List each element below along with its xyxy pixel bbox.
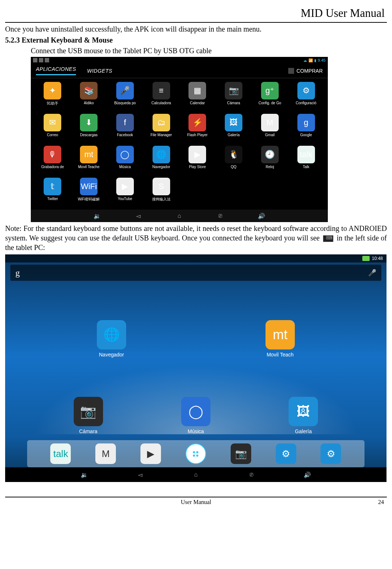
nav-back-icon[interactable]: ◅ — [136, 471, 144, 479]
app-item[interactable]: 🕘Reloj — [253, 146, 287, 175]
dock-talk[interactable]: talk — [50, 443, 71, 464]
tab-apps[interactable]: APLICACIONES — [36, 66, 76, 75]
app-icon: 🌐 — [153, 146, 170, 163]
nav-volume-up-icon[interactable]: 🔊 — [303, 471, 311, 479]
app-icon: 🎤 — [116, 82, 134, 99]
apps-drawer-button[interactable] — [186, 443, 206, 464]
app-icon: g — [297, 114, 315, 131]
app-icon: ⚡ — [188, 114, 206, 131]
app-item[interactable]: gGoogle — [289, 114, 323, 144]
app-icon: 𝕥 — [44, 178, 61, 195]
wifi-icon: 📶 — [308, 58, 313, 62]
app-icon: f — [116, 114, 134, 131]
app-icon: ✉ — [44, 114, 61, 131]
app-item[interactable]: 𝕥Twitter — [35, 178, 70, 207]
app-item[interactable]: S搜狗输入法 — [144, 178, 179, 207]
app-label: Configuració — [296, 101, 316, 105]
app-label: File Manager — [150, 133, 172, 137]
app-item[interactable]: ▦Calendar — [180, 82, 215, 112]
home-app[interactable]: 🌐Navegador — [97, 320, 126, 358]
app-item[interactable]: 🎙Grabadora de — [35, 146, 70, 175]
app-item[interactable]: 📚Aldiko — [72, 82, 106, 112]
nav-home-icon[interactable]: ⌂ — [192, 471, 200, 479]
app-item[interactable]: 🎤Búsqueda po — [108, 82, 143, 112]
app-label: WiFi密码破解 — [78, 197, 100, 202]
page-footer: User Manual 24 — [5, 497, 387, 505]
app-item[interactable]: talkTalk — [289, 146, 323, 175]
app-item[interactable]: 🖼Galería — [216, 114, 251, 144]
app-label: Calculadora — [151, 101, 171, 105]
nav-volume-down-icon[interactable]: 🔉 — [80, 471, 88, 479]
app-item[interactable]: MGmail — [253, 114, 287, 144]
app-icon: ✦ — [44, 82, 61, 99]
app-icon: ⬇ — [80, 114, 98, 131]
app-label: Facebook — [117, 133, 133, 137]
app-item[interactable]: ✉Correo — [35, 114, 70, 144]
app-label: Config. de Go — [259, 101, 281, 105]
nav-home-icon[interactable]: ⌂ — [175, 212, 183, 220]
app-item[interactable]: ≡Calculadora — [144, 82, 179, 112]
mic-icon[interactable]: 🎤 — [368, 269, 376, 277]
app-label: Navegador — [152, 165, 170, 169]
sd-icon: ☁ — [303, 58, 307, 62]
app-label: Cámara — [79, 428, 98, 434]
app-item[interactable]: ⚙Configuració — [289, 82, 323, 112]
home-app[interactable]: ◯Música — [181, 397, 210, 434]
app-label: QQ — [231, 165, 237, 169]
dock-settings2[interactable]: ⚙ — [320, 443, 341, 464]
app-item[interactable]: ⬇Descargas — [72, 114, 106, 144]
app-item[interactable]: WiFiWiFi密码破解 — [72, 178, 106, 207]
nav-back-icon[interactable]: ◅ — [134, 212, 142, 220]
screenshot-app-drawer: ☁ 📶 ▮ 9.45 APLICACIONES WIDGETS COMPRAR … — [31, 57, 328, 222]
dock: talkM▶📷⚙⚙ — [27, 440, 364, 467]
app-item[interactable]: 🗂File Manager — [144, 114, 179, 144]
app-label: YouTube — [118, 197, 132, 201]
app-icon: ▶ — [188, 146, 206, 163]
app-item[interactable]: ✦91助手 — [35, 82, 70, 112]
shop-icon — [288, 68, 294, 74]
home-app[interactable]: 📷Cámara — [74, 397, 103, 434]
app-item[interactable]: ◯Música — [108, 146, 143, 175]
battery-icon: ▮ — [314, 58, 316, 62]
dock-gmail[interactable]: M — [95, 443, 116, 464]
dock-camera[interactable]: 📷 — [231, 443, 251, 464]
app-label: Aldiko — [84, 101, 94, 105]
tab-widgets[interactable]: WIDGETS — [87, 68, 112, 74]
app-label: Música — [119, 165, 131, 169]
app-label: 91助手 — [47, 101, 58, 106]
home-app[interactable]: mtMovil Teach — [265, 320, 295, 358]
dock-settings1[interactable]: ⚙ — [276, 443, 296, 464]
google-g-icon: g — [15, 268, 20, 278]
app-item[interactable]: ⚡Flash Player — [180, 114, 215, 144]
app-item[interactable]: ▶YouTube — [108, 178, 143, 207]
nav-recent-icon[interactable]: ⎚ — [216, 212, 224, 220]
app-icon: ◯ — [181, 397, 210, 426]
app-icon: 🎙 — [44, 146, 61, 163]
nav-recent-icon[interactable]: ⎚ — [248, 471, 256, 479]
status-bar: ☁ 📶 ▮ 9.45 — [31, 57, 328, 64]
app-item[interactable]: 🌐Navegador — [144, 146, 179, 175]
app-grid: ✦91助手📚Aldiko🎤Búsqueda po≡Calculadora▦Cal… — [31, 78, 328, 210]
app-item[interactable]: ▶Play Store — [180, 146, 215, 175]
app-label: Galería — [228, 133, 240, 137]
home-app[interactable]: 🖼Galería — [289, 397, 318, 434]
app-item[interactable]: mtMovil Teache — [72, 146, 106, 175]
app-icon: ◯ — [116, 146, 134, 163]
app-item[interactable]: g⁺Config. de Go — [253, 82, 287, 112]
google-search-bar[interactable]: g 🎤 — [10, 265, 381, 281]
nav-volume-up-icon[interactable]: 🔊 — [257, 212, 265, 220]
app-item[interactable]: 📷Cámara — [216, 82, 251, 112]
nav-volume-down-icon[interactable]: 🔉 — [93, 212, 101, 220]
app-icon: ▶ — [116, 178, 134, 195]
dock-play[interactable]: ▶ — [140, 443, 161, 464]
app-item[interactable]: 🐧QQ — [216, 146, 251, 175]
app-icon: WiFi — [80, 178, 98, 195]
app-icon: 🖼 — [289, 397, 318, 426]
app-icon: mt — [265, 320, 295, 349]
app-item[interactable]: fFacebook — [108, 114, 143, 144]
footer-text: User Manual — [23, 499, 369, 505]
app-label: Movil Teach — [267, 352, 294, 358]
app-icon: 📷 — [225, 82, 242, 99]
tab-shop[interactable]: COMPRAR — [288, 68, 323, 74]
status-time: 10:48 — [372, 256, 383, 261]
